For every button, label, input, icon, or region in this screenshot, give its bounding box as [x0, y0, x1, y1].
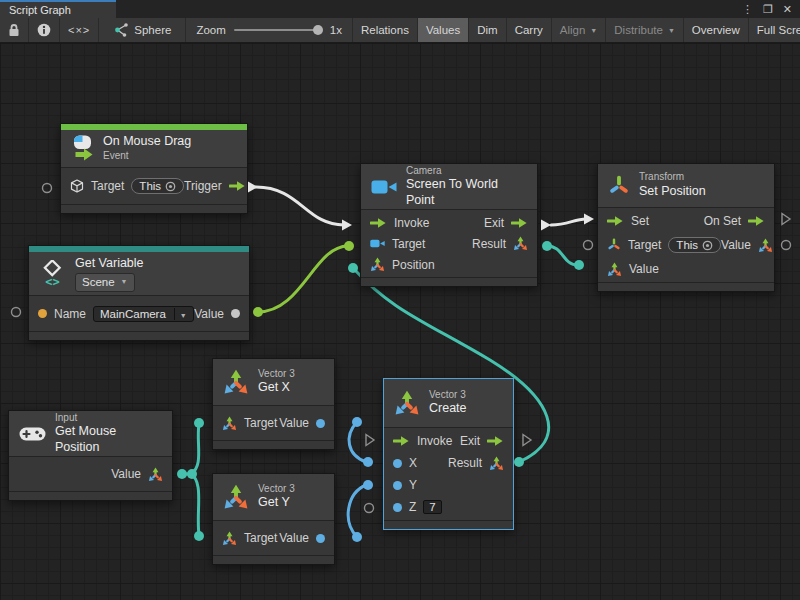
unconnected-port-indicator[interactable]: [365, 504, 374, 513]
menu-icon[interactable]: ⋮: [742, 4, 753, 15]
wire-variable-to-target[interactable]: [258, 246, 348, 312]
graph-breadcrumb[interactable]: Sphere: [99, 18, 186, 42]
unconnected-port-indicator[interactable]: [12, 308, 21, 317]
close-icon[interactable]: ✕: [783, 4, 792, 15]
variable-name-dropdown[interactable]: MainCamera ▼: [93, 306, 194, 322]
wire-endpoint[interactable]: [542, 241, 552, 251]
z-value-input[interactable]: 7: [423, 500, 441, 514]
zoom-slider[interactable]: [234, 29, 322, 31]
node-title: Get Y: [258, 495, 295, 511]
value-port[interactable]: [231, 309, 240, 318]
wire-endpoint[interactable]: [194, 531, 204, 541]
tab-script-graph[interactable]: Script Graph: [0, 0, 116, 18]
vector3-icon[interactable]: [370, 257, 385, 272]
camera-icon[interactable]: [370, 238, 385, 249]
wire-mouse-position-to-gety[interactable]: [191, 474, 199, 535]
vector3-icon[interactable]: [148, 467, 163, 482]
node-set-position[interactable]: Transform Set Position Set On Set Target…: [597, 163, 775, 292]
flow-arrow-icon[interactable]: [393, 435, 410, 447]
info-button[interactable]: [29, 18, 60, 42]
wire-endpoint[interactable]: [194, 418, 204, 428]
distribute-button[interactable]: Distribute▼: [606, 18, 684, 42]
name-port[interactable]: [38, 309, 47, 318]
wire-endpoint[interactable]: [352, 532, 362, 542]
wire-mouse-position-to-getx[interactable]: [191, 424, 199, 474]
wire-endpoint[interactable]: [352, 417, 362, 427]
wire-getx-to-x[interactable]: [349, 422, 366, 462]
full-screen-button[interactable]: Full Screen: [749, 18, 800, 42]
node-get-x[interactable]: Vector 3 Get X Target Value: [212, 358, 335, 450]
zoom-slider-handle[interactable]: [313, 25, 323, 35]
node-title: Create: [429, 401, 467, 417]
wire-endpoint[interactable]: [348, 263, 358, 273]
node-category: Vector 3: [258, 368, 295, 381]
wire-endpoint[interactable]: [363, 480, 373, 490]
wire-endpoint[interactable]: [514, 457, 524, 467]
vector3-icon[interactable]: [513, 236, 528, 251]
code-preview-button[interactable]: <×>: [60, 18, 99, 42]
z-port[interactable]: [393, 503, 402, 512]
info-icon: [37, 23, 51, 37]
unconnected-port-indicator[interactable]: [782, 241, 791, 250]
flow-arrow-icon[interactable]: [607, 215, 624, 227]
node-title: Get X: [258, 380, 295, 396]
node-screen-to-world-point[interactable]: Camera Screen To World Point Invoke Exit…: [360, 163, 538, 287]
camera-icon: [371, 178, 397, 196]
dim-button[interactable]: Dim: [469, 18, 506, 42]
lock-button[interactable]: [0, 18, 29, 42]
values-button[interactable]: Values: [418, 18, 469, 42]
value-port[interactable]: [316, 419, 325, 428]
flow-arrow-icon[interactable]: [229, 180, 246, 192]
y-port[interactable]: [393, 481, 402, 490]
unconnected-flow-indicator[interactable]: [523, 435, 531, 446]
unconnected-flow-indicator[interactable]: [366, 435, 374, 446]
flow-arrow-icon[interactable]: [487, 435, 504, 447]
wire-endpoint[interactable]: [177, 469, 187, 479]
carry-button[interactable]: Carry: [507, 18, 552, 42]
node-create-vector3[interactable]: Vector 3 Create Invoke Exit X Result Y: [383, 378, 514, 530]
wire-junction[interactable]: [187, 469, 197, 479]
vector3-icon[interactable]: [758, 238, 773, 253]
wire-trigger-to-invoke[interactable]: [256, 187, 344, 225]
target-this-chip[interactable]: This: [668, 237, 721, 253]
vector3-icon[interactable]: [222, 531, 237, 546]
node-category: Vector 3: [429, 389, 467, 402]
relations-button[interactable]: Relations: [353, 18, 418, 42]
vector3-icon[interactable]: [489, 456, 504, 471]
wire-endpoint[interactable]: [574, 260, 584, 270]
wire-endpoint[interactable]: [363, 457, 373, 467]
unconnected-port-indicator[interactable]: [584, 241, 593, 250]
vector3-icon[interactable]: [222, 416, 237, 431]
unconnected-port-indicator[interactable]: [43, 184, 52, 193]
target-this-chip[interactable]: This: [131, 178, 184, 194]
x-port[interactable]: [393, 459, 402, 468]
node-category: Input: [55, 412, 162, 425]
unconnected-flow-indicator[interactable]: [782, 214, 790, 225]
value-port[interactable]: [316, 534, 325, 543]
node-get-mouse-position[interactable]: Input Get Mouse Position Value: [8, 410, 173, 501]
variable-scope-dropdown[interactable]: Scene ▼: [75, 273, 135, 291]
node-on-mouse-drag[interactable]: On Mouse Drag Event Target This T: [60, 123, 248, 214]
align-button[interactable]: Align▼: [552, 18, 607, 42]
dropdown-caret-icon: ▼: [180, 312, 187, 319]
node-get-variable[interactable]: <> Get Variable Scene ▼ Name MainCamera: [28, 245, 250, 341]
cube-icon[interactable]: [70, 179, 84, 194]
flow-arrow-icon[interactable]: [511, 217, 528, 229]
node-get-y[interactable]: Vector 3 Get Y Target Value: [212, 473, 335, 565]
flow-arrow-icon[interactable]: [748, 215, 765, 227]
graph-canvas[interactable]: On Mouse Drag Event Target This T: [0, 43, 800, 600]
vector3-icon[interactable]: [607, 262, 622, 277]
port-label-y: Y: [409, 478, 417, 492]
wire-result-to-value[interactable]: [547, 246, 578, 265]
tab-title: Script Graph: [9, 4, 71, 16]
wire-exit-to-set[interactable]: [551, 219, 586, 225]
vector3-icon: [394, 390, 420, 416]
transform-icon[interactable]: [607, 238, 621, 252]
node-title: On Mouse Drag: [103, 134, 191, 150]
wire-gety-to-y[interactable]: [348, 485, 366, 537]
overview-button[interactable]: Overview: [684, 18, 749, 42]
wire-endpoint[interactable]: [253, 307, 263, 317]
maximize-icon[interactable]: ❐: [763, 4, 773, 15]
flow-arrow-icon[interactable]: [370, 217, 387, 229]
wire-endpoint[interactable]: [344, 241, 354, 251]
